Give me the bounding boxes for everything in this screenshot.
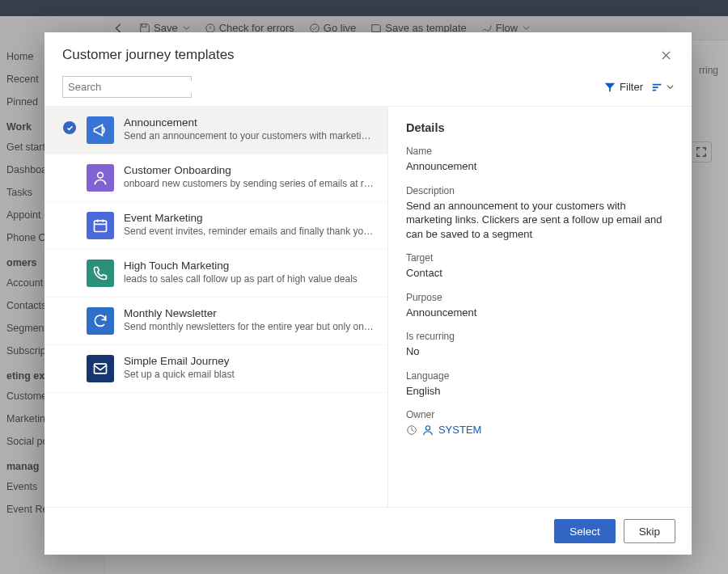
modal-title: Customer journey templates [62,47,658,63]
template-item[interactable]: Simple Email Journey Set up a quick emai… [44,345,387,393]
details-purpose-label: Purpose [406,292,674,303]
details-owner-label: Owner [406,409,674,420]
details-description-label: Description [406,185,674,196]
details-owner-value[interactable]: SYSTEM [438,424,481,436]
chevron-down-icon [667,83,674,91]
details-recurring-label: Is recurring [406,331,674,342]
svg-point-7 [425,426,430,430]
details-target-label: Target [406,252,674,264]
template-item[interactable]: Customer Onboarding onboard new customer… [44,154,387,202]
details-language-label: Language [406,370,674,382]
template-title: Event Marketing [124,212,375,224]
clock-icon [406,424,417,436]
template-description: Send event invites, reminder emails and … [124,226,375,237]
person-icon [87,164,114,192]
selection-slot [62,164,77,169]
search-box[interactable] [62,76,192,98]
template-title: Simple Email Journey [124,355,375,367]
selection-slot [62,212,77,217]
svg-rect-4 [95,221,107,231]
details-name-value: Announcement [406,159,674,174]
template-description: Send monthly newsletters for the entire … [124,321,375,332]
filter-button[interactable]: Filter [604,81,643,93]
selection-slot [62,355,77,360]
selected-check-icon [63,121,76,134]
phone-icon [87,260,114,287]
details-target-value: Contact [406,266,674,281]
details-panel: Details Name Announcement Description Se… [388,107,692,507]
template-list: Announcement Send an announcement to you… [44,107,388,507]
details-recurring-value: No [406,344,674,359]
template-item[interactable]: Event Marketing Send event invites, remi… [44,202,387,250]
details-description-value: Send an announcement to your customers w… [406,199,674,242]
template-title: Announcement [124,116,375,129]
template-description: leads to sales call follow up as part of… [124,273,375,285]
close-button[interactable] [658,47,674,63]
select-button[interactable]: Select [554,519,616,543]
refresh-icon [87,307,114,335]
megaphone-icon [87,116,114,144]
template-item[interactable]: Monthly Newsletter Send monthly newslett… [44,298,387,345]
selection-slot [62,116,77,134]
details-heading: Details [406,121,674,134]
sort-button[interactable] [651,82,674,93]
close-icon [661,50,671,61]
selection-slot [62,260,77,264]
search-input[interactable] [68,81,204,93]
template-item[interactable]: Announcement Send an announcement to you… [44,107,387,154]
template-title: High Touch Marketing [124,260,375,272]
template-title: Customer Onboarding [124,164,375,176]
template-item[interactable]: High Touch Marketing leads to sales call… [44,250,387,298]
template-gallery-modal: Customer journey templates Filter A [44,32,692,555]
calendar-icon [87,212,114,239]
mail-icon [87,355,114,382]
svg-point-3 [98,172,104,178]
template-description: Send an announcement to your customers w… [124,130,375,141]
details-language-value: English [406,384,674,399]
skip-button[interactable]: Skip [624,519,675,543]
selection-slot [62,307,77,312]
template-description: onboard new customers by sending series … [124,178,375,189]
details-name-label: Name [406,146,674,157]
template-title: Monthly Newsletter [124,307,375,319]
sort-icon [651,82,662,93]
person-icon [422,424,434,436]
details-purpose-value: Announcement [406,306,674,320]
template-description: Set up a quick email blast [124,369,375,380]
svg-rect-5 [95,364,107,374]
filter-label: Filter [620,81,643,93]
filter-icon [604,82,616,93]
